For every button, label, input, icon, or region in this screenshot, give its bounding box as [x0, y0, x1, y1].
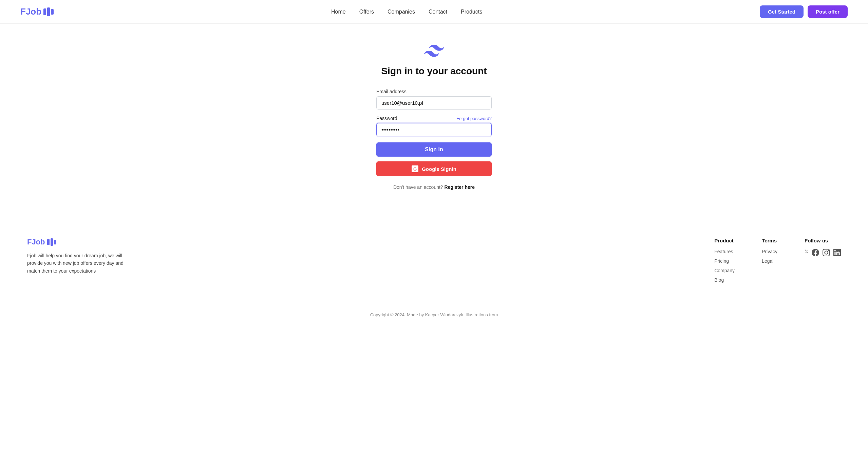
footer-follow-col: Follow us 𝕏 — [805, 238, 841, 287]
footer-legal-col: Terms Privacy Legal — [762, 238, 777, 287]
instagram-icon[interactable] — [823, 249, 830, 257]
register-link[interactable]: Register here — [445, 184, 475, 190]
follow-col-title: Follow us — [805, 238, 841, 243]
footer-blog-link[interactable]: Blog — [714, 277, 735, 283]
footer-logo-bar-2 — [51, 238, 53, 246]
copyright-text: Copyright © 2024. Made by Kacper Włodarc… — [370, 312, 498, 317]
footer-top: FJob Fjob will help you find your dream … — [27, 238, 841, 287]
logo-link[interactable]: FJob — [20, 6, 54, 17]
signin-form: Email address Password Forgot password? … — [376, 89, 492, 190]
footer-columns: Product Features Pricing Company Blog Te… — [156, 238, 841, 287]
tailwind-icon — [424, 44, 444, 59]
forgot-password-link[interactable]: Forgot password? — [456, 116, 492, 121]
nav-actions: Get Started Post offer — [760, 5, 848, 18]
google-signin-label: Google Signin — [422, 166, 456, 172]
footer-logo-text: FJob — [27, 238, 45, 246]
navbar: FJob Home Offers Companies Contact Produ… — [0, 0, 868, 24]
nav-contact[interactable]: Contact — [429, 9, 447, 15]
google-signin-button[interactable]: G Google Signin — [376, 161, 492, 176]
footer-description: Fjob will help you find your dream job, … — [27, 252, 129, 275]
logo-bars-icon — [43, 7, 54, 16]
sign-in-button[interactable]: Sign in — [376, 142, 492, 157]
get-started-button[interactable]: Get Started — [760, 5, 804, 18]
main-content: Sign in to your account Email address Pa… — [0, 24, 868, 217]
facebook-icon[interactable] — [812, 249, 819, 257]
logo-bar-1 — [43, 8, 46, 15]
nav-products[interactable]: Products — [461, 9, 482, 15]
google-g-icon: G — [412, 165, 418, 172]
footer-product-col: Product Features Pricing Company Blog — [714, 238, 735, 287]
footer-pricing-link[interactable]: Pricing — [714, 258, 735, 264]
nav-links: Home Offers Companies Contact Products — [331, 9, 482, 15]
logo-bar-3 — [51, 9, 54, 15]
password-label: Password — [376, 116, 397, 121]
footer-logo-bar-3 — [54, 240, 56, 244]
footer-privacy-link[interactable]: Privacy — [762, 249, 777, 254]
footer-company-link[interactable]: Company — [714, 268, 735, 273]
signin-title: Sign in to your account — [381, 66, 487, 77]
footer-logo: FJob — [27, 238, 129, 246]
no-account-text: Don't have an account? — [393, 184, 443, 190]
password-group: Password Forgot password? — [376, 116, 492, 136]
product-col-title: Product — [714, 238, 735, 243]
nav-offers[interactable]: Offers — [359, 9, 374, 15]
twitter-icon[interactable]: 𝕏 — [805, 249, 808, 257]
password-input[interactable] — [376, 123, 492, 136]
email-label: Email address — [376, 89, 492, 94]
footer-logo-bar-1 — [47, 239, 50, 245]
nav-companies[interactable]: Companies — [388, 9, 415, 15]
password-row: Password Forgot password? — [376, 116, 492, 121]
logo-bar-2 — [47, 7, 50, 16]
footer-legal-link[interactable]: Legal — [762, 258, 777, 264]
legal-col-title: Terms — [762, 238, 777, 243]
nav-home[interactable]: Home — [331, 9, 346, 15]
footer: FJob Fjob will help you find your dream … — [0, 217, 868, 331]
post-offer-button[interactable]: Post offer — [808, 5, 848, 18]
social-icons: 𝕏 — [805, 249, 841, 261]
logo-text: FJob — [20, 6, 41, 17]
footer-logo-bars-icon — [47, 238, 56, 246]
footer-brand: FJob Fjob will help you find your dream … — [27, 238, 129, 287]
email-input[interactable] — [376, 96, 492, 110]
email-group: Email address — [376, 89, 492, 110]
register-prompt: Don't have an account? Register here — [376, 184, 492, 190]
linkedin-icon[interactable] — [833, 249, 841, 257]
footer-copyright: Copyright © 2024. Made by Kacper Włodarc… — [27, 304, 841, 317]
footer-features-link[interactable]: Features — [714, 249, 735, 254]
